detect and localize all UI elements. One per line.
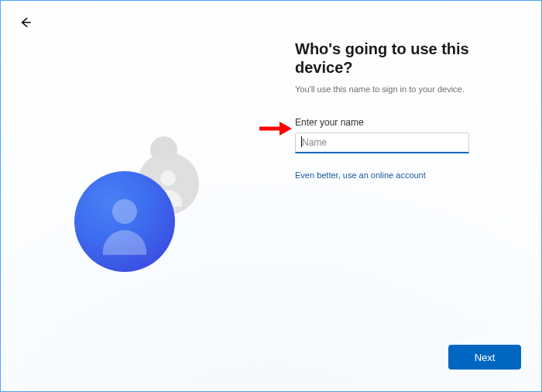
oobe-window: Who's going to use this device? You'll u…	[0, 0, 542, 392]
page-title: Who's going to use this device?	[295, 40, 516, 77]
input-caret-icon	[301, 136, 302, 147]
avatar-head-icon	[160, 170, 176, 186]
svg-marker-1	[280, 122, 292, 136]
avatar-head-icon	[112, 199, 137, 224]
name-input-wrap	[295, 132, 469, 153]
back-arrow-icon	[19, 15, 33, 29]
next-button[interactable]: Next	[448, 345, 521, 370]
page-subtitle: You'll use this name to sign in to your …	[295, 84, 516, 94]
annotation-arrow-icon	[258, 119, 292, 139]
name-input[interactable]	[295, 132, 469, 153]
back-button[interactable]	[18, 15, 33, 30]
avatar-body-icon	[103, 230, 146, 255]
online-account-link[interactable]: Even better, use an online account	[295, 170, 426, 180]
name-field-label: Enter your name	[295, 117, 516, 128]
content-panel: Who's going to use this device? You'll u…	[295, 40, 516, 181]
decorative-avatar-large	[74, 171, 175, 272]
